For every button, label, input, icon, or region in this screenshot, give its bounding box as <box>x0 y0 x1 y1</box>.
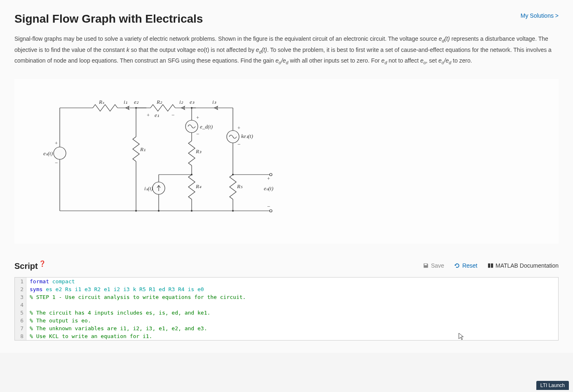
svg-point-43 <box>232 210 234 212</box>
svg-point-40 <box>135 210 137 212</box>
save-button[interactable]: Save <box>423 262 444 269</box>
svg-rect-47 <box>491 264 493 268</box>
svg-point-45 <box>232 174 234 175</box>
label-e2: e₂ <box>134 99 139 105</box>
circuit-diagram: eₛ(t) + − Rₛ i₁ e₂ R₁ R₂ <box>14 79 559 244</box>
label-is: iₛ(t) <box>144 185 153 191</box>
svg-text:−: − <box>196 131 200 137</box>
code-content[interactable]: syms es e2 Rs i1 e3 R2 e1 i2 i3 k R5 R1 … <box>26 285 558 293</box>
label-eo: eₒ(t) <box>264 185 273 191</box>
code-line[interactable]: 1format compact <box>15 278 558 285</box>
svg-text:+: + <box>196 114 200 121</box>
code-content[interactable]: % The circuit has 4 inputs includes es, … <box>26 309 558 317</box>
line-number: 4 <box>15 301 26 309</box>
svg-point-37 <box>270 210 272 212</box>
line-number: 6 <box>15 317 26 324</box>
script-section-title: Script❓ <box>14 260 46 271</box>
label-r5: R₅ <box>237 183 243 189</box>
svg-point-1 <box>54 147 66 159</box>
code-line[interactable]: 8% Use KCL to write an equation for i1. <box>15 332 558 340</box>
svg-text:−: − <box>171 112 175 118</box>
matlab-docs-link[interactable]: MATLAB Documentation <box>488 262 559 269</box>
line-number: 3 <box>15 293 26 301</box>
label-r4: R₄ <box>195 183 202 189</box>
svg-text:−: − <box>237 141 241 147</box>
code-line[interactable]: 7% The unknown variables are i1, i2, i3,… <box>15 324 558 332</box>
label-i3: i₃ <box>212 99 216 105</box>
svg-text:+: + <box>237 125 241 131</box>
label-r2: R₂ <box>156 99 162 105</box>
svg-point-42 <box>191 210 193 212</box>
line-number: 1 <box>15 278 26 285</box>
book-icon <box>488 263 493 268</box>
problem-description: Signal-flow graphs may be used to solve … <box>14 34 559 67</box>
code-line[interactable]: 3% STEP 1 - Use circuit analysis to writ… <box>15 293 558 301</box>
label-r1: R₁ <box>140 146 146 152</box>
label-ed: e_d(t) <box>200 124 213 130</box>
label-es: eₛ(t) <box>43 150 53 156</box>
svg-text:−: − <box>54 160 58 166</box>
code-content[interactable]: % Use KCL to write an equation for i1. <box>26 332 558 340</box>
page-title: Signal Flow Graph with Electricals <box>14 12 203 26</box>
code-content[interactable]: % The output is eo. <box>26 317 558 324</box>
label-i2: i₂ <box>179 99 183 105</box>
label-r3: R₃ <box>195 148 202 154</box>
save-icon <box>423 263 429 268</box>
label-ke1: ke₁(t) <box>241 133 253 139</box>
line-number: 7 <box>15 324 26 332</box>
code-line[interactable]: 4 <box>15 301 558 309</box>
code-content[interactable] <box>26 301 558 309</box>
code-content[interactable]: format compact <box>26 278 558 285</box>
svg-text:+: + <box>267 175 270 182</box>
label-e1: e₁ <box>155 112 159 118</box>
svg-rect-46 <box>488 264 490 268</box>
line-number: 5 <box>15 309 26 317</box>
svg-text:−: − <box>267 203 270 210</box>
code-content[interactable]: % The unknown variables are i1, i2, i3, … <box>26 324 558 332</box>
label-rs: Rₛ <box>99 99 104 105</box>
code-line[interactable]: 2syms es e2 Rs i1 e3 R2 e1 i2 i3 k R5 R1… <box>15 285 558 293</box>
code-line[interactable]: 6% The output is eo. <box>15 317 558 324</box>
svg-point-41 <box>158 210 160 212</box>
help-icon[interactable]: ❓ <box>39 260 46 267</box>
svg-point-44 <box>191 174 193 175</box>
label-i1: i₁ <box>124 99 127 105</box>
label-e3: e₃ <box>190 99 195 105</box>
line-number: 2 <box>15 285 26 293</box>
my-solutions-link[interactable]: My Solutions > <box>521 12 559 19</box>
svg-text:+: + <box>54 140 58 146</box>
line-number: 8 <box>15 332 26 340</box>
code-editor[interactable]: 1format compact2syms es e2 Rs i1 e3 R2 e… <box>14 277 559 341</box>
reset-icon <box>454 263 460 268</box>
svg-text:+: + <box>146 112 150 118</box>
code-line[interactable]: 5% The circuit has 4 inputs includes es,… <box>15 309 558 317</box>
code-content[interactable]: % STEP 1 - Use circuit analysis to write… <box>26 293 558 301</box>
reset-button[interactable]: Reset <box>454 262 477 269</box>
